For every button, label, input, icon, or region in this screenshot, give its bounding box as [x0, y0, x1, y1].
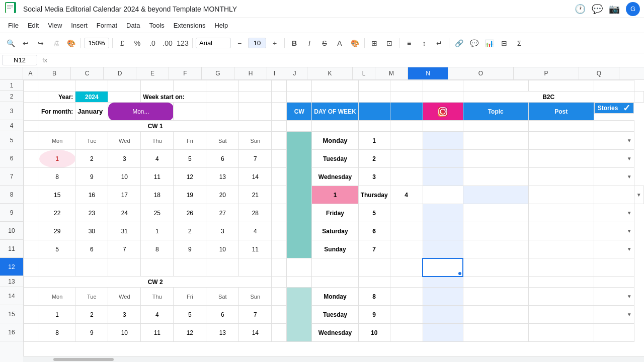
menu-extensions[interactable]: Extensions: [170, 20, 210, 31]
cell-F3[interactable]: [174, 103, 206, 121]
cell-L1[interactable]: [358, 80, 390, 92]
undo-button[interactable]: ↩: [19, 37, 32, 50]
row-14[interactable]: 14: [0, 287, 23, 305]
cell-P12[interactable]: [528, 258, 594, 277]
cell-O8[interactable]: [528, 186, 594, 204]
cell-I2[interactable]: [287, 92, 312, 103]
cell-I8[interactable]: [272, 186, 287, 204]
cell-I9[interactable]: [272, 204, 287, 222]
cell-P10[interactable]: [528, 222, 594, 240]
align-button[interactable]: ≡: [403, 37, 416, 50]
row-15[interactable]: 15: [0, 305, 23, 323]
cell-C1[interactable]: [75, 80, 108, 92]
col-H[interactable]: H: [234, 67, 267, 79]
cell-M6[interactable]: [390, 150, 423, 168]
cell-M16[interactable]: [390, 324, 423, 342]
cell-M2[interactable]: [423, 92, 463, 103]
link-button[interactable]: 🔗: [452, 37, 465, 50]
col-D[interactable]: D: [104, 67, 136, 79]
cell-D5-wed[interactable]: Wed: [108, 132, 141, 150]
row-9[interactable]: 9: [0, 204, 23, 222]
cell-D8[interactable]: 17: [108, 186, 141, 204]
font-size-up-button[interactable]: +: [268, 37, 281, 50]
cell-K1[interactable]: [312, 80, 358, 92]
cell-L13[interactable]: [358, 277, 390, 288]
cell-O14[interactable]: [463, 288, 528, 306]
cell-N7[interactable]: [423, 168, 463, 186]
cell-L12[interactable]: [358, 258, 390, 277]
menu-help[interactable]: Help: [210, 20, 232, 31]
cell-C12[interactable]: [75, 258, 108, 277]
cell-Q1[interactable]: [594, 80, 634, 92]
cell-G2[interactable]: [239, 92, 272, 103]
cell-H1[interactable]: [239, 80, 272, 92]
cell-B13-cw2[interactable]: CW 2: [39, 277, 272, 288]
function-button[interactable]: Σ: [513, 37, 526, 50]
cell-A15[interactable]: [24, 306, 39, 324]
cell-K3-day[interactable]: DAY OF WEEK: [312, 103, 358, 121]
italic-button[interactable]: I: [303, 37, 316, 50]
row-16[interactable]: 16: [0, 323, 23, 341]
cell-M10[interactable]: [390, 222, 423, 240]
cell-O10[interactable]: [463, 222, 528, 240]
comment-button[interactable]: 💬: [467, 37, 480, 50]
cell-P5[interactable]: [528, 132, 594, 150]
cell-I16[interactable]: [272, 324, 287, 342]
cell-I13[interactable]: [272, 277, 287, 288]
cell-reference[interactable]: [2, 55, 37, 65]
cell-B7[interactable]: 8: [39, 168, 75, 186]
menu-view[interactable]: View: [44, 20, 66, 31]
cell-G9[interactable]: 27: [206, 204, 239, 222]
history-icon[interactable]: 🕐: [575, 4, 586, 15]
cell-E5-thu[interactable]: Thu: [141, 132, 174, 150]
cell-Q12[interactable]: [594, 258, 634, 277]
cell-A13[interactable]: [24, 277, 39, 288]
cell-E14-thu[interactable]: Thu: [141, 288, 174, 306]
cell-Q10[interactable]: ▼: [594, 222, 634, 240]
cell-P4[interactable]: [528, 121, 594, 132]
row-6[interactable]: 6: [0, 149, 23, 167]
cell-I3[interactable]: [272, 103, 287, 121]
cell-K8-thursday[interactable]: Thursday: [358, 186, 390, 204]
cell-M3[interactable]: [390, 103, 423, 121]
cell-B11[interactable]: 5: [39, 240, 75, 258]
cell-G7[interactable]: 13: [206, 168, 239, 186]
video-icon[interactable]: 📷: [609, 4, 620, 15]
cell-N11[interactable]: [423, 240, 463, 258]
col-J[interactable]: J: [282, 67, 307, 79]
cell-B15[interactable]: 1: [39, 306, 75, 324]
text-color-button[interactable]: A: [333, 37, 346, 50]
cell-D1[interactable]: [108, 80, 141, 92]
cell-F11[interactable]: 9: [174, 240, 206, 258]
font-selector[interactable]: Arial: [196, 38, 231, 48]
cell-B9[interactable]: 22: [39, 204, 75, 222]
cell-E12[interactable]: [141, 258, 174, 277]
cell-D7[interactable]: 10: [108, 168, 141, 186]
row-7[interactable]: 7: [0, 167, 23, 186]
filter-button[interactable]: ⊟: [498, 37, 511, 50]
user-avatar[interactable]: G: [626, 2, 640, 16]
strikethrough-button[interactable]: S: [318, 37, 331, 50]
highlight-color-button[interactable]: 🎨: [348, 37, 361, 50]
row-11[interactable]: 11: [0, 240, 23, 258]
cell-I11[interactable]: [272, 240, 287, 258]
col-B[interactable]: B: [38, 67, 71, 79]
cell-K10-saturday[interactable]: Saturday: [312, 222, 358, 240]
cell-K12[interactable]: [312, 258, 358, 277]
cell-O9[interactable]: [463, 204, 528, 222]
cell-A5[interactable]: [24, 132, 39, 150]
cell-B12[interactable]: [39, 258, 75, 277]
cell-L3[interactable]: [358, 103, 390, 121]
cell-G14-sat[interactable]: Sat: [206, 288, 239, 306]
cell-I1[interactable]: [272, 80, 287, 92]
cell-L8-4[interactable]: 4: [390, 186, 423, 204]
cell-C11[interactable]: 6: [75, 240, 108, 258]
cell-D2[interactable]: [108, 92, 141, 103]
cell-C9[interactable]: 23: [75, 204, 108, 222]
cell-L5-1[interactable]: 1: [358, 132, 390, 150]
cell-P1[interactable]: [528, 80, 594, 92]
cell-F9[interactable]: 26: [174, 204, 206, 222]
cell-C15[interactable]: 2: [75, 306, 108, 324]
cell-B8[interactable]: 15: [39, 186, 75, 204]
decimal-dec-button[interactable]: .0: [146, 37, 159, 50]
